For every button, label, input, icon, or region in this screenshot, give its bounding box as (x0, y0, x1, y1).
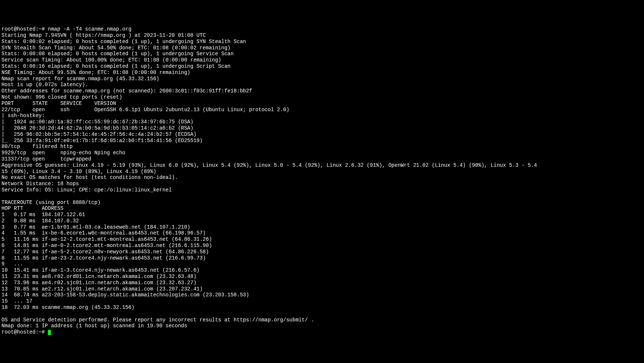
terminal-output[interactable]: root@hosted:~# nmap -A -T4 scanme.nmap.o… (1, 26, 643, 335)
shell-prompt: root@hosted:~# (1, 26, 48, 32)
cursor-icon (48, 330, 51, 335)
output-lines: Starting Nmap 7.94SVN ( https://nmap.org… (1, 32, 537, 329)
command-text: nmap -A -T4 scanme.nmap.org (48, 26, 132, 32)
shell-prompt: root@hosted:~# (1, 329, 48, 335)
